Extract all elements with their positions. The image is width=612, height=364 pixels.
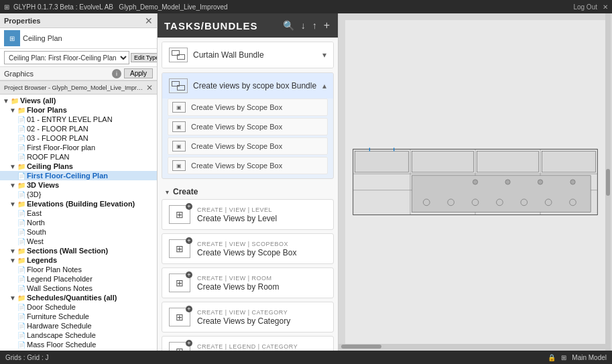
tree-item[interactable]: 📄{3D}: [0, 190, 157, 199]
create-card-text: CREATE | LEGEND | CATEGORY Create Legend…: [197, 343, 298, 351]
tree-item[interactable]: 📄First Floor-Floor plan: [0, 143, 157, 152]
status-grid-label: Grids : Grid : J: [5, 354, 48, 361]
tree-item[interactable]: 📄East: [0, 208, 157, 218]
svg-point-22: [570, 180, 575, 184]
create-section-header[interactable]: ▾ Create: [162, 184, 334, 199]
bundle-item-label: Create Views by Scope Box: [191, 162, 282, 170]
tree-item[interactable]: 📄Legend Placeholder: [0, 274, 157, 284]
tree-item[interactable]: 📄02 - FLOOR PLAN: [0, 124, 157, 133]
properties-title: Properties: [4, 17, 40, 25]
project-browser: Project Browser - Glyph_Demo_Model_Live_…: [0, 80, 157, 351]
graphics-label: Graphics: [4, 70, 34, 78]
svg-rect-11: [412, 176, 591, 213]
floorplan-svg: [345, 20, 605, 344]
tree-item[interactable]: 📄ROOF PLAN: [0, 152, 157, 162]
plus-icon: +: [186, 237, 192, 244]
app-info: GLYPH 0.1.7.3 Beta : EvolveL AB Glyph_De…: [13, 3, 228, 11]
vertical-scrollbar[interactable]: [605, 13, 611, 351]
tree-item[interactable]: 📄West: [0, 237, 157, 246]
bundle-item[interactable]: Create Views by Scope Box: [168, 157, 328, 174]
tree-item[interactable]: 📄Mass Floor Schedule: [0, 340, 157, 349]
expand-icon: ▼: [9, 257, 16, 264]
view-select[interactable]: Ceiling Plan: First Floor-Ceiling Plan: [4, 51, 129, 64]
view-icon: 📄: [17, 238, 25, 245]
horizontal-scrollbar[interactable]: [339, 344, 607, 349]
tree-label: Schedules/Quantities (all): [27, 294, 117, 302]
plus-icon: +: [186, 203, 192, 210]
bundle-item-label: Create Views by Scope Box: [191, 103, 282, 111]
tree-item[interactable]: 📄Floor Plan Notes: [0, 265, 157, 274]
tree-item[interactable]: ▼ 📁3D Views: [0, 180, 157, 190]
view-icon: 📄: [17, 341, 25, 349]
download-button[interactable]: ↓: [300, 19, 307, 32]
tree-item[interactable]: 📄03 - FLOOR PLAN: [0, 133, 157, 143]
tree-item[interactable]: ▼ 📁Ceiling Plans: [0, 162, 157, 171]
upload-button[interactable]: ↑: [311, 19, 318, 32]
tree-item[interactable]: 📄South: [0, 227, 157, 237]
tree-item[interactable]: 📄Landscape Schedule: [0, 330, 157, 340]
create-card[interactable]: ⊞ + CREATE | VIEW | ROOM Create Views by…: [162, 267, 334, 298]
create-card[interactable]: ⊞ + CREATE | LEGEND | CATEGORY Create Le…: [162, 336, 334, 351]
tree-label: Furniture Schedule: [27, 312, 89, 320]
create-card[interactable]: ⊞ + CREATE | VIEW | LEVEL Create Views b…: [162, 199, 334, 230]
search-button[interactable]: 🔍: [282, 19, 296, 32]
tree-label: First Floor-Ceiling Plan: [27, 172, 108, 180]
add-button[interactable]: +: [322, 18, 331, 33]
apply-button[interactable]: Apply: [124, 68, 153, 78]
create-card-title: Create Views by Scope Box: [197, 248, 297, 257]
properties-close-button[interactable]: ✕: [145, 15, 153, 26]
tasks-scroll[interactable]: Curtain Wall Bundle ▾ Create views by sc…: [158, 38, 338, 351]
svg-rect-9: [477, 151, 538, 172]
left-panel: Properties ✕ ⊞ Ceiling Plan Ceiling Plan…: [0, 13, 158, 351]
browser-close-button[interactable]: ✕: [146, 83, 153, 93]
tree-label: Legends: [27, 256, 57, 264]
tree-item[interactable]: 📄Furniture Schedule: [0, 312, 157, 321]
tree-label: ROOF PLAN: [27, 153, 70, 161]
create-card[interactable]: ⊞ + CREATE | VIEW | SCOPEBOX Create View…: [162, 233, 334, 264]
tree-item[interactable]: ▼ 📁Floor Plans: [0, 105, 157, 115]
tree-item[interactable]: 📄Hardware Schedule: [0, 321, 157, 330]
curtain-wall-chevron-icon: ▾: [322, 50, 326, 60]
tree-label: Legend Placeholder: [27, 275, 93, 283]
tree-item[interactable]: ▼ 📁Schedules/Quantities (all): [0, 293, 157, 302]
tree-item[interactable]: ▼ 📁Views (all): [0, 96, 157, 105]
scope-bundle-chevron-icon: ▴: [322, 81, 326, 90]
lock-icon: 🔒: [548, 354, 556, 361]
expand-icon: ▼: [3, 97, 9, 105]
expand-icon: ▼: [9, 294, 16, 302]
tree-item[interactable]: 📄Wall Sections Notes: [0, 284, 157, 293]
tree-item[interactable]: 📄01 - ENTRY LEVEL PLAN: [0, 115, 157, 124]
bundle-item[interactable]: Create Views by Scope Box: [168, 137, 328, 155]
tree-item[interactable]: ▼ 📁Sections (Wall Section): [0, 246, 157, 255]
tree-item[interactable]: 📄Door Schedule: [0, 302, 157, 312]
close-window-button[interactable]: ✕: [603, 3, 608, 11]
bundle-item[interactable]: Create Views by Scope Box: [168, 99, 328, 116]
create-label: Create: [173, 187, 198, 196]
tree-item[interactable]: 📄North: [0, 218, 157, 227]
logout-button[interactable]: Log Out: [573, 3, 597, 11]
edit-type-button[interactable]: Edit Type: [131, 53, 157, 62]
browser-header: Project Browser - Glyph_Demo_Model_Live_…: [0, 81, 157, 95]
tree-label: Wall Sections Notes: [27, 284, 93, 292]
view-icon: 📄: [17, 172, 25, 180]
tree-label: 3D Views: [27, 181, 59, 189]
plus-icon: +: [186, 271, 192, 278]
tree-item[interactable]: ▼ 📁Elevations (Building Elevation): [0, 199, 157, 208]
tree-item[interactable]: 📄First Floor-Ceiling Plan: [0, 171, 157, 180]
create-card[interactable]: ⊞ + CREATE | VIEW | CATEGORY Create View…: [162, 302, 334, 332]
view-icon: 📄: [17, 210, 25, 217]
tree-label: Elevations (Building Elevation): [27, 200, 135, 208]
element-row: ⊞ Ceiling Plan: [0, 28, 157, 49]
canvas-content: [345, 20, 605, 344]
app-icon: ⊞: [4, 3, 9, 11]
curtain-wall-bundle-header[interactable]: Curtain Wall Bundle ▾: [162, 42, 333, 68]
tree-item[interactable]: ▼ 📁Legends: [0, 255, 157, 265]
create-card-text: CREATE | VIEW | CATEGORY Create Views by…: [197, 309, 290, 326]
info-icon: i: [112, 69, 121, 78]
curtain-wall-bundle-name: Curtain Wall Bundle: [193, 50, 264, 60]
bundle-item[interactable]: Create Views by Scope Box: [168, 118, 328, 135]
properties-header: Properties ✕: [0, 13, 157, 28]
scope-bundle-header[interactable]: Create views by scope box Bundle ▴: [162, 73, 333, 99]
svg-rect-10: [542, 151, 595, 172]
browser-tree: ▼ 📁Views (all)▼ 📁Floor Plans📄01 - ENTRY …: [0, 95, 157, 351]
